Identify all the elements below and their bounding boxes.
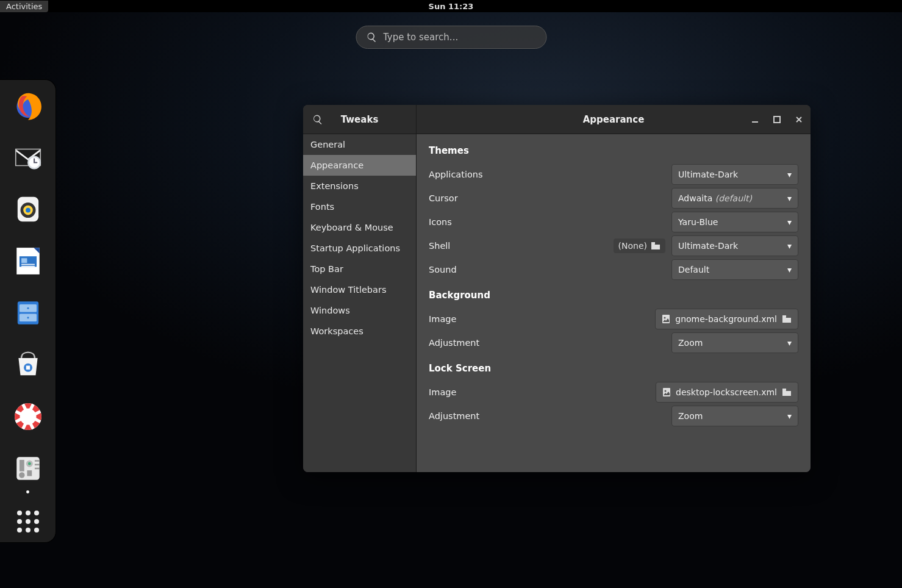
- window-maximize-button[interactable]: [771, 114, 782, 125]
- activities-button[interactable]: Activities: [0, 1, 48, 12]
- file-open-icon: [782, 315, 792, 323]
- select-value: Yaru-Blue: [678, 217, 782, 227]
- select-value: Zoom: [678, 338, 782, 348]
- headerbar-right: Appearance: [417, 105, 811, 134]
- file-type-icon: [662, 387, 671, 397]
- file-chooser-background[interactable]: gnome-background.xml: [655, 309, 798, 329]
- window-headerbar: Tweaks Appearance: [303, 105, 811, 134]
- select-value: Default: [678, 265, 782, 274]
- svg-rect-18: [26, 365, 29, 369]
- svg-point-33: [665, 390, 667, 392]
- row-background-image: Image gnome-background.xml: [429, 307, 798, 331]
- select-background-adjustment[interactable]: Zoom ▾: [671, 332, 798, 353]
- row-cursor-theme: Cursor Adwaita (default) ▾: [429, 186, 798, 210]
- section-heading-lockscreen: Lock Screen: [429, 363, 798, 374]
- overview-search: [356, 26, 546, 49]
- tweaks-window: Tweaks Appearance General Appearance Ext…: [303, 105, 811, 472]
- select-value: Ultimate-Dark: [678, 170, 782, 179]
- header-search-button[interactable]: [312, 113, 324, 126]
- chevron-down-icon: ▾: [787, 338, 792, 348]
- dock-app-firefox[interactable]: [10, 88, 46, 123]
- search-icon: [366, 32, 383, 43]
- sidebar-item-window-titlebars[interactable]: Window Titlebars: [303, 279, 416, 300]
- sidebar-item-startup-applications[interactable]: Startup Applications: [303, 238, 416, 259]
- sidebar-item-windows[interactable]: Windows: [303, 300, 416, 321]
- tweaks-content: Themes Applications Ultimate-Dark ▾ Curs…: [417, 134, 811, 472]
- page-title: Appearance: [583, 114, 645, 125]
- tweaks-sidebar: General Appearance Extensions Fonts Keyb…: [303, 134, 417, 472]
- svg-rect-34: [782, 389, 786, 390]
- label-shell: Shell: [429, 241, 450, 251]
- file-type-icon: [662, 314, 670, 324]
- search-input[interactable]: [383, 32, 536, 43]
- svg-rect-23: [27, 470, 32, 476]
- svg-point-25: [28, 462, 31, 465]
- dock-app-music[interactable]: [10, 192, 46, 227]
- sidebar-item-keyboard-mouse[interactable]: Keyboard & Mouse: [303, 217, 416, 238]
- label-ls-image: Image: [429, 387, 456, 397]
- label-cursor: Cursor: [429, 193, 458, 203]
- topbar-clock[interactable]: Sun 11:23: [429, 2, 474, 11]
- dock-running-indicator: [26, 490, 29, 493]
- aux-text: (None): [618, 241, 647, 251]
- row-lockscreen-adjustment: Adjustment Zoom ▾: [429, 404, 798, 428]
- svg-rect-21: [19, 460, 24, 471]
- gnome-topbar: Activities Sun 11:23: [0, 0, 902, 12]
- sidebar-item-appearance[interactable]: Appearance: [303, 155, 416, 176]
- dock-app-writer[interactable]: [10, 244, 46, 279]
- overview-search-box[interactable]: [356, 26, 546, 49]
- chevron-down-icon: ▾: [787, 170, 792, 179]
- select-value: Adwaita (default): [678, 193, 782, 203]
- sidebar-item-top-bar[interactable]: Top Bar: [303, 259, 416, 279]
- dock-app-help[interactable]: [10, 399, 46, 434]
- label-icons: Icons: [429, 217, 452, 227]
- svg-point-22: [19, 472, 24, 478]
- show-applications-button[interactable]: [17, 511, 39, 532]
- row-lockscreen-image: Image desktop-lockscreen.xml: [429, 380, 798, 404]
- file-open-icon: [782, 388, 792, 396]
- sidebar-item-fonts[interactable]: Fonts: [303, 196, 416, 217]
- dock-app-files[interactable]: [10, 296, 46, 331]
- select-value: Zoom: [678, 411, 782, 421]
- file-name: desktop-lockscreen.xml: [676, 387, 777, 397]
- shell-theme-file-clear[interactable]: (None): [614, 238, 665, 253]
- select-shell-theme[interactable]: Ultimate-Dark ▾: [671, 235, 798, 256]
- row-shell-theme: Shell (None) Ultimate-Dark ▾: [429, 234, 798, 257]
- select-cursor-theme[interactable]: Adwaita (default) ▾: [671, 188, 798, 209]
- sidebar-item-workspaces[interactable]: Workspaces: [303, 321, 416, 342]
- section-heading-themes: Themes: [429, 145, 798, 156]
- file-open-icon: [651, 242, 660, 250]
- select-applications-theme[interactable]: Ultimate-Dark ▾: [671, 164, 798, 185]
- svg-rect-27: [774, 117, 780, 123]
- row-applications-theme: Applications Ultimate-Dark ▾: [429, 162, 798, 186]
- dock-app-software[interactable]: [10, 347, 46, 382]
- dock-app-mail[interactable]: [10, 140, 46, 175]
- row-icons-theme: Icons Yaru-Blue ▾: [429, 210, 798, 234]
- sidebar-item-extensions[interactable]: Extensions: [303, 176, 416, 196]
- select-icons-theme[interactable]: Yaru-Blue ▾: [671, 212, 798, 232]
- label-bg-image: Image: [429, 314, 456, 324]
- dock-app-settings[interactable]: [10, 451, 46, 486]
- chevron-down-icon: ▾: [787, 241, 792, 251]
- svg-rect-31: [782, 315, 786, 317]
- label-applications: Applications: [429, 170, 483, 179]
- dash-dock: [0, 79, 56, 543]
- section-heading-background: Background: [429, 290, 798, 301]
- svg-point-30: [664, 317, 666, 318]
- headerbar-left: Tweaks: [303, 105, 417, 134]
- svg-point-16: [27, 317, 29, 318]
- file-chooser-lockscreen[interactable]: desktop-lockscreen.xml: [656, 382, 798, 403]
- svg-rect-9: [21, 258, 27, 263]
- chevron-down-icon: ▾: [787, 193, 792, 203]
- svg-point-15: [27, 307, 29, 309]
- chevron-down-icon: ▾: [787, 411, 792, 421]
- label-bg-adjustment: Adjustment: [429, 338, 479, 348]
- select-value: Ultimate-Dark: [678, 241, 782, 251]
- window-minimize-button[interactable]: [750, 114, 761, 125]
- select-sound-theme[interactable]: Default ▾: [671, 259, 798, 280]
- file-name: gnome-background.xml: [675, 314, 777, 324]
- app-title: Tweaks: [341, 114, 379, 125]
- window-close-button[interactable]: [793, 114, 804, 125]
- sidebar-item-general[interactable]: General: [303, 134, 416, 155]
- select-lockscreen-adjustment[interactable]: Zoom ▾: [671, 406, 798, 426]
